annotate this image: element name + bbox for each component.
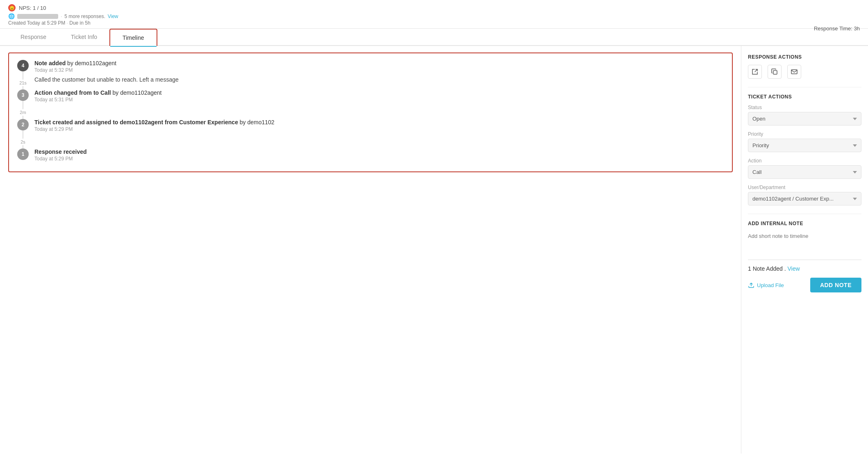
note-footer: 1 Note Added . View: [748, 265, 861, 272]
user-dept-field-group: User/Department demo1102agent / Customer…: [748, 185, 861, 205]
svg-rect-0: [773, 71, 777, 74]
step-1: 1: [17, 148, 29, 160]
line-2: [23, 130, 23, 139]
connector-2: 2 2s: [17, 119, 29, 148]
line-4b: [23, 86, 23, 89]
entry-content-3: Action changed from to Call by demo1102a…: [34, 89, 724, 119]
entry-body-4: Called the customer but unable to reach.…: [34, 76, 724, 86]
right-panel: RESPONSE ACTIONS: [741, 46, 868, 454]
step-2: 2: [17, 119, 29, 130]
entry-title-rest-4: by demo1102agent: [66, 60, 116, 66]
response-actions-group: [748, 65, 861, 79]
note-textarea[interactable]: [748, 231, 861, 260]
entry-title-main-2: Ticket created and assigned to demo1102a…: [34, 119, 238, 126]
due-text: Due in 5h: [69, 20, 90, 26]
entry-time-3: Today at 5:31 PM: [34, 97, 724, 103]
entry-content-2: Ticket created and assigned to demo1102a…: [34, 119, 724, 148]
action-select[interactable]: Call Email Chat: [748, 165, 861, 179]
entry-title-3: Action changed from to Call by demo1102a…: [34, 89, 724, 96]
action-label: Action: [748, 158, 861, 164]
entry-title-main-1: Response received: [34, 148, 87, 155]
main-layout: 4 21s Note added by demo1102agent Today …: [0, 46, 868, 454]
line-4: [23, 71, 23, 80]
timeline-section: 4 21s Note added by demo1102agent Today …: [0, 46, 741, 454]
priority-label: Priority: [748, 131, 861, 137]
connector-4: 4 21s: [17, 60, 29, 89]
action-field-group: Action Call Email Chat: [748, 158, 861, 179]
globe-icon: 🌐: [8, 13, 15, 19]
line-3: [23, 101, 23, 109]
entry-title-2: Ticket created and assigned to demo1102a…: [34, 119, 724, 126]
bottom-actions: Upload File ADD NOTE: [748, 278, 861, 292]
step-4: 4: [17, 60, 29, 71]
svg-rect-1: [791, 70, 797, 74]
ticket-actions: TICKET ACTIONS Status Open Closed Pendin…: [748, 87, 861, 205]
entry-content-4: Note added by demo1102agent Today at 5:3…: [34, 60, 724, 89]
entry-time-1: Today at 5:29 PM: [34, 156, 724, 162]
email-icon[interactable]: [787, 65, 801, 79]
copy-icon[interactable]: [768, 65, 782, 79]
entry-title-rest-2: by demo1102: [238, 119, 275, 126]
sender-blurred: [17, 14, 58, 19]
upload-label: Upload File: [757, 282, 784, 288]
tab-timeline[interactable]: Timeline: [109, 29, 157, 46]
entry-content-1: Response received Today at 5:29 PM: [34, 148, 724, 165]
priority-select[interactable]: Priority Low Medium High: [748, 139, 861, 152]
entry-title-rest-3: by demo1102agent: [111, 89, 162, 96]
status-field-group: Status Open Closed Pending: [748, 105, 861, 126]
tab-ticket-info[interactable]: Ticket Info: [59, 29, 109, 45]
internal-note-title: ADD INTERNAL NOTE: [748, 221, 861, 226]
internal-note-section: ADD INTERNAL NOTE 1 Note Added . View Up…: [748, 214, 861, 292]
priority-field-group: Priority Priority Low Medium High: [748, 131, 861, 152]
note-view-link[interactable]: View: [788, 265, 800, 272]
connector-1: 1: [17, 148, 29, 165]
timeline-box: 4 21s Note added by demo1102agent Today …: [8, 52, 733, 172]
entry-title-main-4: Note added: [34, 60, 66, 66]
add-note-button[interactable]: ADD NOTE: [810, 278, 861, 292]
gap-2: 2s: [20, 139, 25, 145]
entry-title-main-3: Action changed from to Call: [34, 89, 111, 96]
status-select[interactable]: Open Closed Pending: [748, 112, 861, 126]
line-3b: [23, 116, 23, 119]
line-2b: [23, 145, 23, 148]
nps-icon: 😠: [8, 4, 16, 11]
entry-title-1: Response received: [34, 148, 724, 155]
gap-3: 2m: [20, 109, 26, 116]
gap-4: 21s: [19, 80, 27, 86]
view-responses-link[interactable]: View: [108, 14, 118, 19]
step-3: 3: [17, 89, 29, 101]
tabs-bar: Response Ticket Info Timeline: [0, 29, 868, 46]
response-actions-title: RESPONSE ACTIONS: [748, 54, 861, 60]
user-dept-label: User/Department: [748, 185, 861, 190]
note-added-text: 1 Note Added . View: [748, 265, 800, 272]
connector-3: 3 2m: [17, 89, 29, 119]
timeline-entry-2: 2 2s Ticket created and assigned to demo…: [17, 119, 724, 148]
timeline-entry-1: 1 Response received Today at 5:29 PM: [17, 148, 724, 165]
timeline-entry-4: 4 21s Note added by demo1102agent Today …: [17, 60, 724, 89]
user-dept-select[interactable]: demo1102agent / Customer Exp...: [748, 192, 861, 205]
timeline-entry-3: 3 2m Action changed from to Call by demo…: [17, 89, 724, 119]
tab-response[interactable]: Response: [8, 29, 59, 45]
ticket-actions-title: TICKET ACTIONS: [748, 94, 861, 100]
more-responses: 5 more responses.: [64, 14, 105, 19]
upload-file-button[interactable]: Upload File: [748, 282, 784, 288]
created-text: Created Today at 5:29 PM: [8, 20, 65, 26]
entry-title-4: Note added by demo1102agent: [34, 60, 724, 66]
entry-time-4: Today at 5:32 PM: [34, 67, 724, 73]
entry-time-2: Today at 5:29 PM: [34, 126, 724, 132]
status-label: Status: [748, 105, 861, 110]
nps-label: NPS: 1 / 10: [19, 5, 46, 11]
external-link-icon[interactable]: [748, 65, 762, 79]
